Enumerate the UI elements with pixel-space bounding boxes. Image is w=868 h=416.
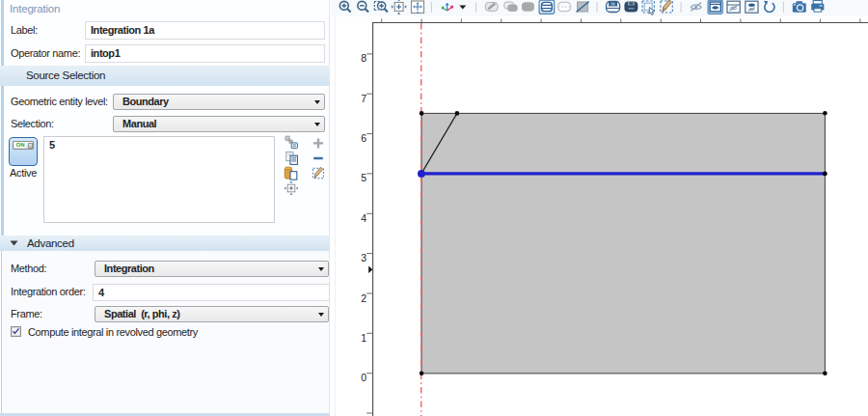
svg-text:8: 8 (361, 52, 366, 64)
svg-text:5: 5 (361, 172, 366, 183)
svg-text:3: 3 (361, 252, 366, 263)
svg-text:7: 7 (361, 93, 366, 104)
svg-text:0: 0 (361, 372, 366, 383)
svg-text:2: 2 (361, 292, 366, 304)
svg-text:6: 6 (361, 132, 366, 144)
svg-text:1: 1 (361, 332, 366, 344)
svg-text:4: 4 (361, 212, 366, 224)
